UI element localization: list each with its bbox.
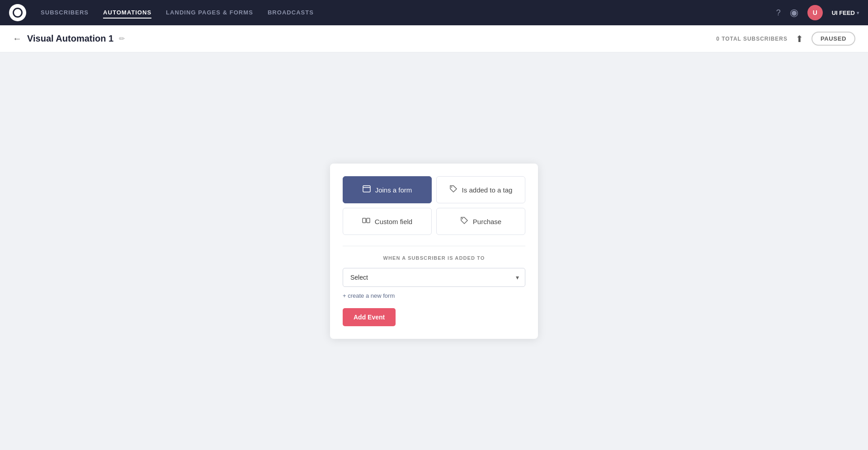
is-added-to-tag-label: Is added to a tag <box>462 186 513 194</box>
subscribers-count: 0 TOTAL SUBSCRIBERS <box>716 36 788 42</box>
logo-inner <box>13 8 23 18</box>
help-icon[interactable]: ? <box>776 8 781 18</box>
trigger-is-added-to-tag[interactable]: Is added to a tag <box>436 176 525 203</box>
edit-title-icon[interactable]: ✏ <box>119 34 125 43</box>
trigger-custom-field[interactable]: Custom field <box>343 208 432 235</box>
nav-link-automations[interactable]: AUTOMATIONS <box>103 7 151 19</box>
form-select-wrapper: Select ▾ <box>343 268 525 287</box>
nav-link-subscribers[interactable]: SUBSCRIBERS <box>41 7 89 19</box>
svg-point-2 <box>451 187 452 188</box>
svg-point-5 <box>462 218 463 219</box>
divider <box>343 246 525 246</box>
tag-icon <box>449 185 458 195</box>
section-label: WHEN A SUBSCRIBER IS ADDED TO <box>343 255 525 261</box>
svg-rect-0 <box>363 186 370 192</box>
purchase-label: Purchase <box>473 218 501 225</box>
top-navigation: SUBSCRIBERS AUTOMATIONS LANDING PAGES & … <box>0 0 868 25</box>
add-event-button[interactable]: Add Event <box>343 308 396 326</box>
logo[interactable] <box>9 4 26 21</box>
trigger-joins-form[interactable]: Joins a form <box>343 176 432 203</box>
nav-link-landing-pages[interactable]: LANDING PAGES & FORMS <box>166 7 253 19</box>
joins-form-icon <box>363 185 371 194</box>
avatar[interactable]: U <box>807 5 823 20</box>
subheader-left: ← Visual Automation 1 ✏ <box>13 33 125 44</box>
form-select[interactable]: Select <box>343 268 525 287</box>
svg-rect-3 <box>363 218 366 223</box>
purchase-icon <box>460 216 468 226</box>
page-title: Visual Automation 1 <box>27 33 113 44</box>
trigger-grid: Joins a form Is added to a tag <box>343 176 525 235</box>
trigger-purchase[interactable]: Purchase <box>436 208 525 235</box>
trigger-modal: Joins a form Is added to a tag <box>330 164 538 339</box>
paused-button[interactable]: PAUSED <box>811 32 855 46</box>
back-button[interactable]: ← <box>13 33 22 44</box>
nav-right: ? ◉ U UI FEED ▾ <box>776 5 859 20</box>
main-content: Joins a form Is added to a tag <box>0 52 868 450</box>
add-event-section: Add Event <box>343 308 525 326</box>
username-chevron-icon: ▾ <box>857 10 859 15</box>
svg-rect-4 <box>367 218 370 223</box>
joins-form-label: Joins a form <box>375 186 412 194</box>
subheader: ← Visual Automation 1 ✏ 0 TOTAL SUBSCRIB… <box>0 25 868 52</box>
share-icon[interactable]: ⬆ <box>796 33 803 44</box>
username-label[interactable]: UI FEED ▾ <box>832 9 859 16</box>
subheader-right: 0 TOTAL SUBSCRIBERS ⬆ PAUSED <box>716 32 855 46</box>
create-new-form-link[interactable]: + create a new form <box>343 292 395 299</box>
custom-field-icon <box>362 216 370 226</box>
nav-links: SUBSCRIBERS AUTOMATIONS LANDING PAGES & … <box>41 7 762 19</box>
custom-field-label: Custom field <box>375 218 412 225</box>
notification-icon[interactable]: ◉ <box>790 7 798 19</box>
nav-link-broadcasts[interactable]: BROADCASTS <box>268 7 314 19</box>
